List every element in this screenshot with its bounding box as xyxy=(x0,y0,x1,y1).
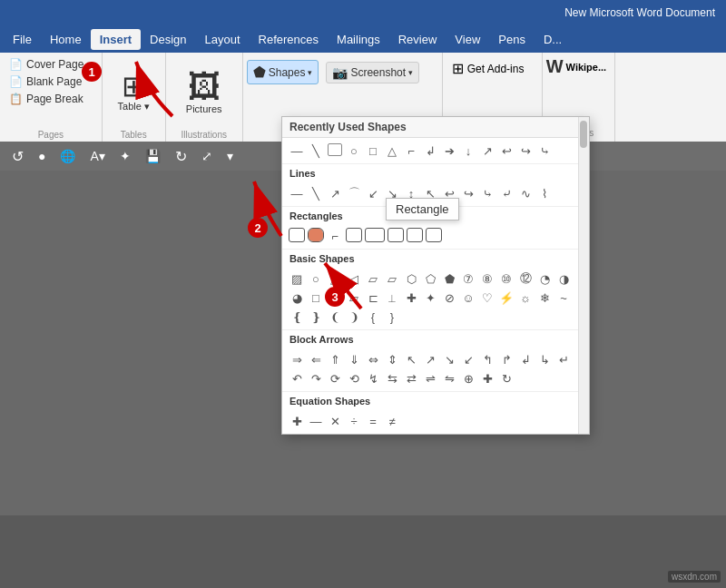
shape-cell[interactable]: ⟂ xyxy=(383,289,401,307)
shape-cell[interactable]: ⇓ xyxy=(345,350,363,368)
shape-cell[interactable]: ↳ xyxy=(535,350,554,368)
shapes-button[interactable]: ⬟ Shapes ▾ xyxy=(247,60,319,84)
shape-cell[interactable]: ≠ xyxy=(383,412,401,430)
shape-rect6[interactable] xyxy=(427,229,441,241)
menu-pens[interactable]: Pens xyxy=(489,29,535,50)
star-icon[interactable]: ✦ xyxy=(115,147,135,165)
menu-home[interactable]: Home xyxy=(41,29,91,50)
shape-cell[interactable]: ⌐ xyxy=(402,142,420,160)
shape-cell[interactable]: ✚ xyxy=(402,289,420,307)
shape-cell[interactable]: ◔ xyxy=(535,270,554,288)
shape-cell[interactable]: ▱ xyxy=(345,289,363,307)
globe-icon[interactable]: 🌐 xyxy=(55,147,80,165)
table-button[interactable]: ⊞ Table ▾ xyxy=(111,68,157,116)
shape-cell[interactable]: ⟲ xyxy=(345,369,363,387)
shape-cell[interactable]: ⑫ xyxy=(516,270,535,288)
shape-cell[interactable]: ⌇ xyxy=(535,184,554,202)
shape-cell[interactable]: ▱ xyxy=(383,270,401,288)
page-break-button[interactable]: 📋 Page Break xyxy=(5,91,96,107)
shape-cell[interactable]: ╲ xyxy=(307,142,325,160)
redo-icon[interactable]: ↻ xyxy=(171,146,191,167)
shape-cell[interactable]: ⑧ xyxy=(478,270,496,288)
shape-rect[interactable] xyxy=(289,229,304,241)
shape-cell[interactable]: ⑦ xyxy=(459,270,477,288)
menu-layout[interactable]: Layout xyxy=(196,29,250,50)
shape-cell[interactable]: ⤶ xyxy=(497,184,515,202)
shape-cell[interactable]: ↪ xyxy=(516,142,535,160)
shape-cell[interactable]: ⊏ xyxy=(364,289,382,307)
screenshot-button[interactable]: 📷 Screenshot ▾ xyxy=(326,62,419,83)
shape-cell[interactable]: △ xyxy=(326,270,344,288)
shape-cell[interactable]: ☺ xyxy=(459,289,477,307)
shape-cell[interactable]: ◁ xyxy=(345,270,363,288)
shape-cell[interactable]: ↰ xyxy=(478,350,496,368)
shape-cell[interactable]: ❄ xyxy=(535,289,554,307)
shape-cell[interactable]: ↲ xyxy=(516,350,535,368)
shape-cell[interactable]: ▨ xyxy=(288,270,306,288)
shape-cell[interactable]: ↲ xyxy=(421,142,439,160)
undo-icon[interactable]: ↺ xyxy=(7,146,28,167)
scrollbar-thumb[interactable] xyxy=(580,121,587,148)
shape-cell[interactable]: ⑩ xyxy=(497,270,515,288)
shape-cell[interactable]: ⬡ xyxy=(402,270,420,288)
shape-cell[interactable]: ⊘ xyxy=(440,289,458,307)
menu-references[interactable]: References xyxy=(250,29,328,50)
shape-cell[interactable]: ╲ xyxy=(307,184,325,202)
shape-cell[interactable]: □ xyxy=(364,142,382,160)
shape-cell[interactable]: ⇒ xyxy=(288,350,306,368)
shape-cell[interactable]: = xyxy=(364,412,382,430)
shape-rect4[interactable] xyxy=(388,229,403,241)
shape-cell[interactable]: ⚡ xyxy=(497,289,515,307)
shape-cell[interactable]: ❴ xyxy=(288,308,306,326)
get-addins-button[interactable]: ⊞ Get Add-ins xyxy=(448,56,536,81)
shape-cell[interactable]: ⌒ xyxy=(345,184,363,202)
shape-cell[interactable]: ↘ xyxy=(440,350,458,368)
shape-cell[interactable]: △ xyxy=(383,142,401,160)
menu-more[interactable]: D... xyxy=(535,29,571,50)
shape-cell[interactable]: { xyxy=(364,308,382,326)
shape-cell[interactable]: ⬠ xyxy=(421,270,439,288)
shape-cell[interactable]: ❨ xyxy=(326,308,344,326)
menu-insert[interactable]: Insert xyxy=(91,29,141,50)
shape-cell[interactable]: ⤷ xyxy=(478,184,496,202)
shape-rect5[interactable] xyxy=(407,229,422,241)
shape-cell[interactable]: ↙ xyxy=(459,350,477,368)
pictures-button[interactable]: 🖼 Pictures xyxy=(179,67,230,118)
wikipedia-button[interactable]: W Wikipe... xyxy=(546,56,611,77)
menu-mailings[interactable]: Mailings xyxy=(328,29,389,50)
shape-cell[interactable]: — xyxy=(307,412,325,430)
shape-cell[interactable]: ○ xyxy=(307,270,325,288)
shape-cell[interactable]: ◑ xyxy=(554,270,573,288)
shape-cell[interactable]: ⬟ xyxy=(440,270,458,288)
shape-cell[interactable]: ∿ xyxy=(516,184,535,202)
shape-cell[interactable]: ↗ xyxy=(478,142,496,160)
shape-cell[interactable]: ↩ xyxy=(497,142,515,160)
shape-rect3[interactable] xyxy=(366,229,384,241)
shape-cell[interactable]: ↗ xyxy=(326,184,344,202)
shape-rect-rounded[interactable] xyxy=(309,229,323,241)
shape-cell[interactable]: ⤷ xyxy=(535,142,554,160)
shape-cell[interactable]: ⇕ xyxy=(383,350,401,368)
shape-cell[interactable]: ✚ xyxy=(288,412,306,430)
shape-cell[interactable]: ↗ xyxy=(421,350,439,368)
shape-cell[interactable]: ☼ xyxy=(516,289,535,307)
shape-cell[interactable]: ▱ xyxy=(364,270,382,288)
shape-cell[interactable]: ➔ xyxy=(440,142,458,160)
shape-cell[interactable]: ✕ xyxy=(326,412,344,430)
menu-review[interactable]: Review xyxy=(389,29,446,50)
shape-cell[interactable]: ⇄ xyxy=(402,369,420,387)
shape-cell[interactable]: ○ xyxy=(345,142,363,160)
menu-file[interactable]: File xyxy=(4,29,41,50)
shape-cell[interactable]: — xyxy=(288,142,306,160)
menu-design[interactable]: Design xyxy=(141,29,195,50)
circle-icon[interactable]: ● xyxy=(34,147,50,165)
shape-cell[interactable]: — xyxy=(288,184,306,202)
shape-cell[interactable]: } xyxy=(383,308,401,326)
shape-cell[interactable]: ↻ xyxy=(497,369,515,387)
shape-cell[interactable]: ◕ xyxy=(288,289,306,307)
shape-cell[interactable]: ⊕ xyxy=(459,369,477,387)
shape-cell[interactable]: ❵ xyxy=(307,308,325,326)
shape-cell[interactable]: ↷ xyxy=(307,369,325,387)
shape-cell[interactable]: ⇐ xyxy=(307,350,325,368)
shape-cell[interactable]: ↱ xyxy=(497,350,515,368)
